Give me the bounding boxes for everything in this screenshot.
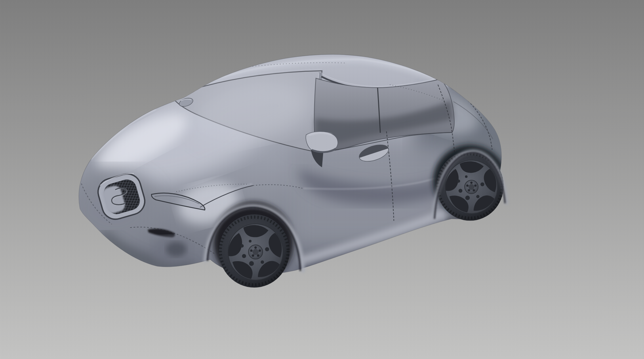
fog-recess-core xyxy=(166,242,186,257)
front-wheel xyxy=(219,214,289,288)
render-canvas xyxy=(0,0,644,359)
3d-viewport[interactable] xyxy=(0,0,644,359)
